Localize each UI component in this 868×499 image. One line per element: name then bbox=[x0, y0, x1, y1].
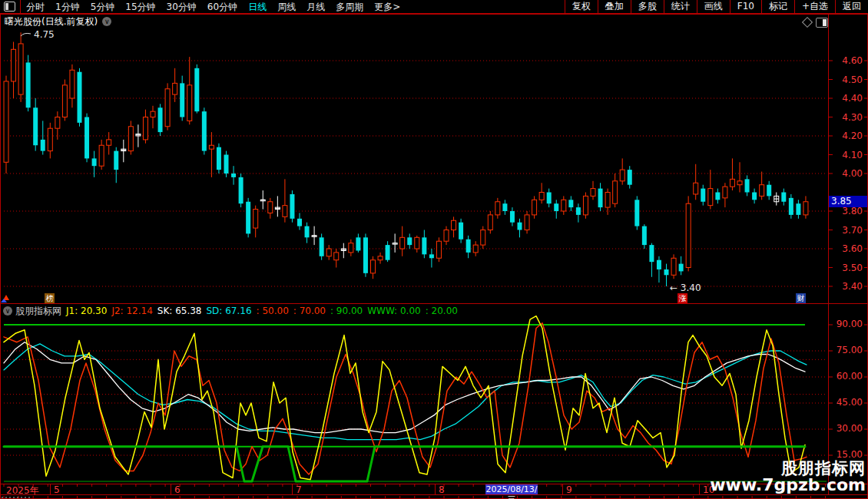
period-tab[interactable]: 日线 bbox=[243, 0, 272, 14]
month-label: 6 bbox=[174, 484, 181, 495]
oscillator-label: 90.00 bbox=[830, 319, 863, 329]
event-badge[interactable]: 财 bbox=[796, 293, 806, 303]
oscillator-label: 30.00 bbox=[830, 423, 863, 434]
watermark-site-name: 股朋指标网 bbox=[710, 461, 866, 477]
indicator-field: : 70.00 bbox=[293, 306, 326, 316]
action-button[interactable]: F10 bbox=[730, 0, 761, 14]
price-label: 3.80 bbox=[830, 206, 863, 216]
event-badge[interactable]: 涨 bbox=[678, 293, 687, 303]
action-button[interactable]: 统计 bbox=[664, 0, 697, 14]
price-label: 3.70 bbox=[830, 225, 863, 236]
price-label: 4.20 bbox=[830, 131, 863, 141]
watermark: 股朋指标网 www.7gpzb.com bbox=[710, 461, 866, 494]
chart-canvas bbox=[0, 0, 868, 499]
indicator-field: : 50.00 bbox=[257, 306, 289, 316]
indicator-source: 股朋指标网 bbox=[15, 305, 61, 318]
period-tab[interactable]: 30分钟 bbox=[161, 0, 202, 14]
period-toolbar: 分时1分钟5分钟15分钟30分钟60分钟日线周线月线多周期更多> 复权叠加多股统… bbox=[0, 0, 868, 14]
action-button[interactable]: +自选 bbox=[794, 0, 835, 14]
month-label: 5 bbox=[54, 484, 60, 495]
month-label: 7 bbox=[296, 484, 302, 495]
event-marker-blue-triangle[interactable] bbox=[1, 299, 7, 302]
action-button[interactable]: 返回 bbox=[835, 0, 868, 14]
price-label: 3.50 bbox=[830, 263, 863, 273]
indicator-field: : 90.00 bbox=[330, 306, 363, 316]
action-button[interactable]: 标记 bbox=[761, 0, 794, 14]
chart-title-row: 曙光股份(日线.前复权) ∨ bbox=[5, 15, 111, 28]
period-tabs: 分时1分钟5分钟15分钟30分钟60分钟日线周线月线多周期更多> bbox=[21, 0, 406, 14]
period-tab[interactable]: 15分钟 bbox=[120, 0, 161, 14]
period-tab[interactable]: 分时 bbox=[21, 0, 50, 14]
price-label: 4.00 bbox=[830, 168, 863, 179]
action-button[interactable]: 画线 bbox=[697, 0, 730, 14]
selected-date-box[interactable]: 2025/08/13/三 bbox=[485, 484, 538, 494]
watermark-url: www.7gpzb.com bbox=[710, 477, 866, 494]
price-label: 4.10 bbox=[830, 150, 863, 160]
indicator-field: WWW: 0.00 bbox=[367, 306, 420, 316]
price-label: 4.60 bbox=[830, 55, 863, 66]
stock-title: 曙光股份(日线.前复权) bbox=[5, 15, 98, 28]
event-badge[interactable]: 榜 bbox=[45, 293, 55, 303]
oscillator-label: 60.00 bbox=[830, 371, 863, 382]
indicator-field: SK: 65.38 bbox=[157, 306, 202, 316]
period-tab[interactable]: 周线 bbox=[272, 0, 301, 14]
oscillator-label: 15.00 bbox=[830, 449, 863, 460]
month-label: 9 bbox=[566, 484, 572, 495]
indicator-field: J1: 20.30 bbox=[66, 306, 107, 316]
collapse-indicator-icon[interactable]: ∨ bbox=[3, 306, 12, 316]
oscillator-label: 75.00 bbox=[830, 345, 863, 355]
period-tab[interactable]: 5分钟 bbox=[85, 0, 121, 14]
high-price-annotation: 4.75 bbox=[34, 29, 55, 40]
period-tab[interactable]: 多周期 bbox=[330, 0, 369, 14]
current-price-badge: 3.85 bbox=[829, 196, 867, 207]
period-tab[interactable]: 更多> bbox=[369, 0, 406, 14]
chevron-down-icon[interactable]: ∨ bbox=[102, 17, 111, 26]
price-label: 3.60 bbox=[830, 243, 863, 254]
price-label: 3.40 bbox=[830, 281, 863, 292]
month-label: 8 bbox=[439, 484, 445, 495]
low-price-annotation: ← 3.40 bbox=[670, 283, 701, 293]
indicator-field: SD: 67.16 bbox=[206, 306, 251, 316]
price-label: 4.40 bbox=[830, 93, 863, 104]
indicator-field: : 20.00 bbox=[426, 306, 458, 316]
action-button[interactable]: 多股 bbox=[631, 0, 664, 14]
price-label: 4.30 bbox=[830, 112, 863, 123]
indicator-field: J2: 12.14 bbox=[111, 306, 152, 316]
indicator-values: J1: 20.30J2: 12.14SK: 65.38SD: 67.16: 50… bbox=[66, 306, 462, 316]
year-label: 2025年 bbox=[6, 484, 39, 497]
action-button[interactable]: 叠加 bbox=[598, 0, 631, 14]
period-tab[interactable]: 60分钟 bbox=[202, 0, 243, 14]
action-button[interactable]: 复权 bbox=[565, 0, 598, 14]
period-tab[interactable]: 1分钟 bbox=[50, 0, 85, 14]
period-tab[interactable]: 月线 bbox=[301, 0, 330, 14]
panel-toggle-icon[interactable] bbox=[4, 2, 15, 12]
split-pane-icon[interactable] bbox=[816, 18, 828, 28]
price-label: 4.50 bbox=[830, 74, 863, 85]
oscillator-label: 45.00 bbox=[830, 397, 863, 408]
stock-app-window: 分时1分钟5分钟15分钟30分钟60分钟日线周线月线多周期更多> 复权叠加多股统… bbox=[0, 0, 868, 499]
indicator-header: ∨ 股朋指标网 J1: 20.30J2: 12.14SK: 65.38SD: 6… bbox=[2, 306, 462, 316]
action-buttons: 复权叠加多股统计画线F10标记+自选返回 bbox=[565, 0, 868, 14]
